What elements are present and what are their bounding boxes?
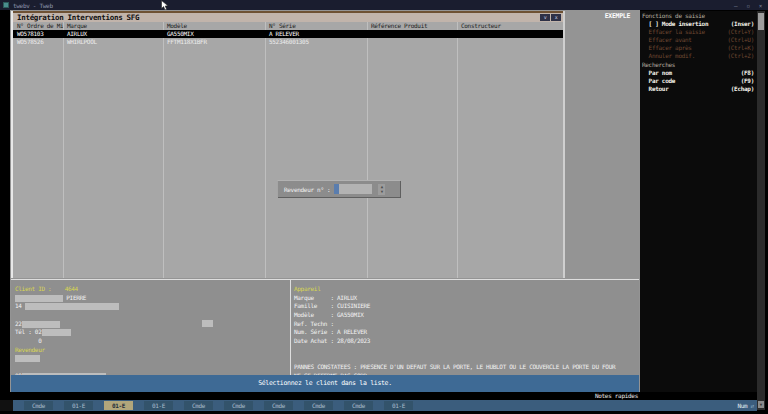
- col-header-constructeur: Constructeur: [457, 22, 563, 30]
- client-firstname: PIERRE: [66, 294, 86, 301]
- cell-reference: [367, 38, 457, 46]
- revendeur-section-label: Revendeur: [15, 346, 285, 355]
- cell-constructeur: [457, 38, 563, 46]
- taskbar-item[interactable]: Cmde: [304, 401, 333, 410]
- window-rolldown-button[interactable]: v: [540, 14, 550, 21]
- table-row[interactable]: WO578526 WHIRLPOOL FFTM118X1BFR 55234600…: [13, 38, 563, 46]
- appareil-marque: Marque : AIRLUX: [294, 294, 638, 303]
- client-info-block: Client ID : 4644 PIERRE 14 22 Tél : 02 0…: [15, 285, 285, 381]
- cell-marque: WHIRLPOOL: [63, 38, 163, 46]
- revendeur-dialog: Revendeur n° : ▲▼: [277, 180, 400, 197]
- appareil-famille: Famille : CUISINIERE: [294, 302, 638, 311]
- redacted-address: [25, 303, 119, 310]
- col-header-serie: N° Série: [265, 22, 367, 30]
- col-header-modele: Modèle: [163, 22, 265, 30]
- taskbar-item[interactable]: Cmde: [344, 401, 373, 410]
- taskbar-item[interactable]: 01-E: [64, 401, 93, 410]
- revendeur-label: Revendeur n° :: [284, 186, 330, 193]
- section-separator: [290, 280, 291, 375]
- taskbar-item[interactable]: 01-E: [384, 401, 413, 410]
- column-separator: [367, 22, 368, 278]
- cell-ordre: WO578103: [13, 30, 63, 38]
- taskbar-item[interactable]: Cmde: [264, 401, 293, 410]
- taskbar-item[interactable]: Cmde: [24, 401, 53, 410]
- notes-rapides-label[interactable]: Notes rapides: [10, 392, 638, 400]
- interventions-list-window: Intégration Interventions SFG v x N° Ord…: [11, 11, 565, 278]
- menu-item-effacer-saisie: Effacer la saisie(Ctrl+Y): [640, 28, 757, 36]
- taskbar-item-active[interactable]: 01-E: [104, 401, 133, 410]
- detail-section: Client ID : 4644 PIERRE 14 22 Tél : 02 0…: [11, 279, 639, 375]
- taskbar: Cmde 01-E 01-E 01-E Cmde Cmde Cmde Cmde …: [0, 400, 757, 411]
- network-icon: ⇄: [750, 402, 754, 409]
- vertical-scrollbar[interactable]: ▼: [757, 11, 765, 410]
- appareil-section-label: Appareil: [294, 285, 638, 294]
- subwindow-titlebar: Intégration Interventions SFG v x: [13, 13, 563, 22]
- app-icon: [3, 2, 9, 8]
- redacted-surname: [15, 295, 63, 302]
- app-window: EXEMPLE Intégration Interventions SFG v …: [10, 10, 640, 392]
- window-close-button[interactable]: x: [551, 14, 561, 21]
- environment-label: EXEMPLE: [605, 12, 630, 20]
- column-separator: [63, 22, 64, 278]
- menu-item-annuler-modif: Annuler modif.(Ctrl+Z): [640, 52, 757, 60]
- taskbar-item[interactable]: Cmde: [184, 401, 213, 410]
- redacted-revendeur: [15, 355, 40, 362]
- table-header-row: N° Ordre de Mis Marque Modèle N° Série R…: [13, 22, 563, 30]
- menu-item-mode-insertion[interactable]: [ ] Mode insertion(Inser): [640, 20, 757, 28]
- menu-item-effacer-apres: Effacer après(Ctrl+K): [640, 44, 757, 52]
- cell-modele: FFTM118X1BFR: [163, 38, 265, 46]
- cell-marque: AIRLUX: [63, 30, 163, 38]
- cell-reference: [367, 30, 457, 38]
- client-id-line: Client ID : 4644: [15, 285, 285, 294]
- spinner-control[interactable]: ▲▼: [378, 184, 385, 195]
- redacted-phone: [42, 329, 71, 336]
- phone-prefix: Tél : 02: [15, 328, 42, 335]
- revendeur-input[interactable]: [334, 184, 372, 194]
- status-message-bar: Sélectionnez le client dans la liste.: [11, 375, 639, 392]
- address-number: 14: [15, 302, 25, 309]
- function-menu-panel: Fonctions de saisie [ ] Mode insertion(I…: [640, 11, 757, 392]
- revendeur-code-line: [15, 355, 285, 364]
- client-city-line: 22: [15, 320, 285, 329]
- subwindow-title: Intégration Interventions SFG: [17, 13, 139, 22]
- column-separator: [265, 22, 266, 278]
- appareil-modele: Modèle : GA550MIX: [294, 311, 638, 320]
- appareil-ref-techn: Ref. Techn :: [294, 320, 638, 329]
- menu-item-retour[interactable]: Retour(Echap): [640, 85, 757, 93]
- os-titlebar: twebv - Tweb – ▫ ×: [0, 0, 768, 10]
- text-cursor: [334, 184, 339, 194]
- appareil-info-block: Appareil Marque : AIRLUX Famille : CUISI…: [294, 285, 638, 381]
- appareil-num-serie: Num. Série : A RELEVER: [294, 328, 638, 337]
- col-header-marque: Marque: [63, 22, 163, 30]
- close-icon[interactable]: ×: [759, 2, 762, 9]
- scrollbar-down-arrow-icon[interactable]: ▼: [758, 401, 764, 408]
- client-phone-line: Tél : 02: [15, 328, 285, 337]
- menu-item-par-nom[interactable]: Par nom(F8): [640, 69, 757, 77]
- menu-item-effacer-avant: Effacer avant(Ctrl+U): [640, 36, 757, 44]
- client-name-line: PIERRE: [15, 294, 285, 303]
- taskbar-item[interactable]: Cmde: [224, 401, 253, 410]
- taskbar-item[interactable]: 01-E: [144, 401, 173, 410]
- cell-modele: GA550MIX: [163, 30, 265, 38]
- cell-serie: A RELEVER: [265, 30, 367, 38]
- scrollbar-thumb[interactable]: [758, 13, 764, 30]
- maximize-icon[interactable]: ▫: [746, 2, 749, 9]
- table-row-selected[interactable]: WO578103 AIRLUX GA550MIX A RELEVER: [13, 30, 563, 38]
- column-separator: [457, 22, 458, 278]
- os-window-title: twebv - Tweb: [13, 2, 53, 9]
- menu-item-par-code[interactable]: Par code(F9): [640, 77, 757, 85]
- cell-serie: 552346001305: [265, 38, 367, 46]
- postal-prefix: 22: [15, 320, 22, 327]
- menu-section-recherches: Recherches: [640, 61, 757, 69]
- redacted-city: [22, 321, 60, 328]
- pannes-line-1: PANNES CONSTATEES : PRESENCE D'UN DEFAUT…: [294, 363, 638, 372]
- client-extra-line: 0: [15, 337, 285, 346]
- col-header-ordre: N° Ordre de Mis: [13, 22, 63, 30]
- client-address-line: 14: [15, 302, 285, 311]
- col-header-reference: Référence Produit: [367, 22, 457, 30]
- numlock-indicator: Num: [737, 402, 747, 409]
- minimize-icon[interactable]: –: [734, 2, 737, 9]
- redacted-field: [202, 320, 213, 327]
- cell-constructeur: [457, 30, 563, 38]
- taskbar-start-box[interactable]: [0, 400, 13, 411]
